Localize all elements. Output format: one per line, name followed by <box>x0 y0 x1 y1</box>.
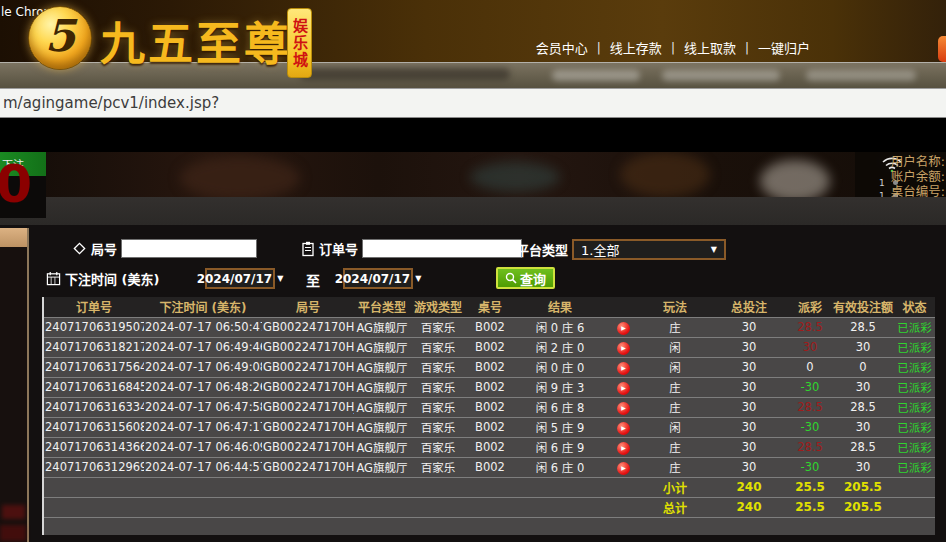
cell-game-type: 百家乐 <box>410 437 466 457</box>
cell-status: 已派彩 <box>894 357 935 377</box>
cell-result: 闲 6 庄 9 <box>514 437 606 457</box>
cell-result: 闲 6 庄 0 <box>514 457 606 477</box>
play-video-icon[interactable]: ▶ <box>617 442 630 455</box>
side-tab[interactable] <box>938 36 946 62</box>
gray-strip <box>0 197 946 225</box>
bet-counter-value: 0 <box>0 158 32 210</box>
records-table: 订单号下注时间 (美东)局号平台类型游戏类型桌号结果玩法总投注派彩有效投注额状态… <box>42 297 935 535</box>
cell-valid-bet: 0 <box>832 357 894 377</box>
nav-online-deposit[interactable]: 线上存款 <box>610 38 662 57</box>
play-video-icon[interactable]: ▶ <box>617 422 630 435</box>
cell-platform: AG旗舰厅 <box>354 397 410 417</box>
cell-order-id: 240717063175644 <box>44 357 144 377</box>
cell-bet-time: 2024-07-17 06:46:09 <box>144 437 262 457</box>
sidebar-faded-text <box>0 525 26 541</box>
column-header: 下注时间 (美东) <box>144 297 262 317</box>
nav-online-withdraw[interactable]: 线上取款 <box>684 38 736 57</box>
order-id-label: 订单号 <box>319 239 358 258</box>
logo-number: 5 <box>45 14 76 58</box>
play-video-icon[interactable]: ▶ <box>617 362 630 375</box>
casino-banner-image <box>0 152 946 197</box>
column-header: 局号 <box>262 297 354 317</box>
cell-round-id: GB002247170HI <box>262 417 354 437</box>
cell-bet-time: 2024-07-17 06:44:57 <box>144 457 262 477</box>
cell-result: 闲 0 庄 6 <box>514 317 606 337</box>
cell-table-no: B002 <box>466 317 514 337</box>
cell-table-no: B002 <box>466 437 514 457</box>
cell-game-type: 百家乐 <box>410 377 466 397</box>
cell-round-id: GB002247170HM <box>262 337 354 357</box>
cell-bet-time: 2024-07-17 06:48:26 <box>144 377 262 397</box>
magnifier-icon <box>505 272 517 284</box>
cell-play: ▶ <box>606 317 640 337</box>
cell-order-id: 240717063168456 <box>44 377 144 397</box>
cell-order-id: 240717063195073 <box>44 317 144 337</box>
nav-member-center[interactable]: 会员中心 <box>536 38 588 57</box>
banner-pillar <box>620 152 710 197</box>
cell-valid-bet: 30 <box>832 457 894 477</box>
url-text: m/agingame/pcv1/index.jsp? <box>0 94 219 112</box>
cell-payout: 28.5 <box>788 437 832 457</box>
play-video-icon[interactable]: ▶ <box>617 322 630 335</box>
balance-label: 账户余额: <box>891 169 945 184</box>
cell-bet-type: 庄 <box>640 457 710 477</box>
cell-result: 闲 0 庄 0 <box>514 357 606 377</box>
cell-payout: -30 <box>788 457 832 477</box>
cell-platform: AG旗舰厅 <box>354 377 410 397</box>
cell-status: 已派彩 <box>894 337 935 357</box>
cell-payout: 30 <box>788 337 832 357</box>
table-row: 2407170631633462024-07-17 06:47:58GB0022… <box>44 397 935 417</box>
date-to-select[interactable]: 2024/07/17 ▼ <box>343 268 413 289</box>
cell-valid-bet: 30 <box>832 337 894 357</box>
nav-separator: | <box>597 41 601 55</box>
cell-order-id: 240717063182170 <box>44 337 144 357</box>
column-header: 平台类型 <box>354 297 410 317</box>
play-video-icon[interactable]: ▶ <box>617 402 630 415</box>
play-video-icon[interactable]: ▶ <box>617 382 630 395</box>
banner-silhouette <box>180 156 300 197</box>
play-video-icon[interactable]: ▶ <box>617 342 630 355</box>
account-info-labels: 用户名称: 账户余额: 桌台编号: <box>891 154 945 197</box>
cell-bet-type: 闲 <box>640 357 710 377</box>
blurred-account-text <box>806 70 916 81</box>
nav-one-key-transfer[interactable]: 一键归户 <box>758 38 810 57</box>
cell-platform: AG旗舰厅 <box>354 457 410 477</box>
cell-payout: -30 <box>788 377 832 397</box>
column-header: 玩法 <box>640 297 710 317</box>
chevron-down-icon: ▼ <box>415 274 421 283</box>
table-row: 2407170631756442024-07-17 06:49:08GB0022… <box>44 357 935 377</box>
table-header: 订单号下注时间 (美东)局号平台类型游戏类型桌号结果玩法总投注派彩有效投注额状态 <box>44 297 935 317</box>
chevron-down-icon: ▼ <box>711 245 717 254</box>
cell-valid-bet: 28.5 <box>832 397 894 417</box>
platform-type-select[interactable]: 1.全部 ▼ <box>572 239 726 260</box>
cell-play: ▶ <box>606 417 640 437</box>
nav-separator: | <box>745 41 749 55</box>
cell-round-id: GB002247170HG <box>262 437 354 457</box>
play-video-icon[interactable]: ▶ <box>617 462 630 475</box>
cell-total-bet: 30 <box>710 377 788 397</box>
column-header: 状态 <box>894 297 935 317</box>
cell-order-id: 240717063156080 <box>44 417 144 437</box>
cell-payout: -30 <box>788 417 832 437</box>
cell-result: 闲 2 庄 0 <box>514 337 606 357</box>
date-from-select[interactable]: 2024/07/17 ▼ <box>205 268 275 289</box>
round-id-input[interactable] <box>121 239 257 258</box>
empty-row <box>44 517 935 535</box>
screen: 会员中心 | 线上存款 | 线上取款 | 一键归户 5 九五至尊 娱乐城 le … <box>0 0 946 542</box>
cell-round-id: GB002247170HK <box>262 377 354 397</box>
table-row: 2407170631821702024-07-17 06:49:46GB0022… <box>44 337 935 357</box>
search-button[interactable]: 查询 <box>496 267 555 289</box>
cell-play: ▶ <box>606 377 640 397</box>
top-nav: 会员中心 | 线上存款 | 线上取款 | 一键归户 <box>536 38 810 57</box>
column-header: 结果 <box>514 297 606 317</box>
cell-valid-bet: 30 <box>832 417 894 437</box>
browser-address-bar[interactable]: m/agingame/pcv1/index.jsp? <box>0 88 946 118</box>
sidebar-faded-text <box>2 505 25 519</box>
cell-bet-time: 2024-07-17 06:49:46 <box>144 337 262 357</box>
clipboard-icon <box>301 241 315 257</box>
black-strip <box>0 118 946 152</box>
cell-play: ▶ <box>606 357 640 377</box>
blurred-account-text <box>662 70 780 81</box>
cell-game-type: 百家乐 <box>410 417 466 437</box>
cell-status: 已派彩 <box>894 437 935 457</box>
